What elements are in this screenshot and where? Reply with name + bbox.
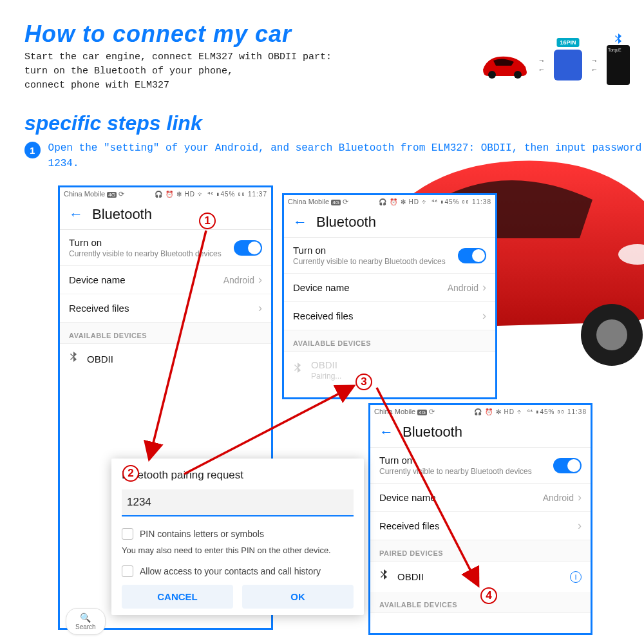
device-name: OBDII xyxy=(87,354,113,365)
pairing-label: Pairing... xyxy=(311,372,341,381)
phone-screenshot-2: China Mobile 4G ⟳ 🎧 ⏰ ✻ HD ᯤ ⁴⁶ ▮45% ▯▯ … xyxy=(282,193,497,399)
bluetooth-toggle[interactable] xyxy=(234,240,262,256)
bluetooth-icon xyxy=(614,33,623,48)
phone-app-label: TorquE xyxy=(608,48,621,52)
device-name-label: Device name xyxy=(293,282,350,293)
status-bar: China Mobile 4G ⟳ 🎧 ⏰ ✻ HD ᯤ ⁴⁶ ▮45% ▯▯ … xyxy=(370,405,591,419)
visible-hint: Currently visible to nearby Bluetooth de… xyxy=(69,249,222,258)
annotation-4: 4 xyxy=(480,587,497,604)
screen-header: ← Bluetooth xyxy=(370,419,591,447)
status-icons: 🎧 ⏰ ✻ HD ᯤ ⁴⁶ ▮45% ▯▯ 11:38 xyxy=(379,198,491,205)
pin-letters-label: PIN contains letters or symbols xyxy=(140,529,264,539)
available-devices-label: AVAILABLE DEVICES xyxy=(60,323,271,344)
info-icon[interactable]: i xyxy=(570,571,582,583)
bluetooth-icon xyxy=(293,363,302,377)
device-obdii-pairing[interactable]: OBDII Pairing... xyxy=(284,352,495,388)
step-number-badge: 1 xyxy=(24,142,41,158)
dialog-hint: You may also need to enter this PIN on t… xyxy=(122,545,354,556)
turn-on-row[interactable]: Turn on Currently visible to nearby Blue… xyxy=(284,238,495,274)
device-name-value: Android xyxy=(543,493,574,503)
bluetooth-toggle[interactable] xyxy=(458,248,486,263)
annotation-2: 2 xyxy=(122,465,139,482)
bluetooth-icon xyxy=(379,569,388,584)
received-files-label: Received files xyxy=(379,520,439,531)
svg-point-3 xyxy=(596,319,627,350)
screen-title: Bluetooth xyxy=(316,214,376,231)
back-arrow-icon[interactable]: ← xyxy=(69,206,83,223)
device-obdii-paired[interactable]: OBDII i xyxy=(370,562,591,592)
checkbox-icon[interactable] xyxy=(122,528,133,540)
cancel-button[interactable]: CANCEL xyxy=(122,585,233,609)
received-files-row[interactable]: Received files › xyxy=(284,302,495,330)
device-name: OBDII xyxy=(397,571,424,582)
visible-hint: Currently visible to nearby Bluetooth de… xyxy=(379,467,532,476)
received-files-row[interactable]: Received files › xyxy=(60,294,271,323)
pairing-dialog: Bluetooth pairing request PIN contains l… xyxy=(111,459,364,615)
screen-header: ← Bluetooth xyxy=(284,209,495,237)
pin-letters-row[interactable]: PIN contains letters or symbols xyxy=(122,526,354,542)
ok-button[interactable]: OK xyxy=(242,585,354,609)
carrier-label: China Mobile 4G ⟳ xyxy=(374,408,435,416)
arrows-icon: →← xyxy=(533,59,550,71)
received-files-row[interactable]: Received files › xyxy=(370,512,591,540)
available-devices-label: AVAILABLE DEVICES xyxy=(284,330,495,352)
pin-input[interactable] xyxy=(122,489,354,516)
svg-point-6 xyxy=(514,71,522,79)
turn-on-label: Turn on xyxy=(293,245,446,256)
allow-contacts-row[interactable]: Allow access to your contacts and call h… xyxy=(122,563,354,580)
chevron-right-icon: › xyxy=(482,281,486,294)
search-pill[interactable]: 🔍 Search xyxy=(66,608,106,635)
device-name-row[interactable]: Device name Android › xyxy=(60,266,271,294)
chevron-right-icon: › xyxy=(482,309,486,323)
obd-adapter-icon: 16PIN xyxy=(554,50,582,80)
device-name-row[interactable]: Device name Android › xyxy=(370,484,591,512)
search-icon: 🔍 xyxy=(80,612,91,623)
carrier-label: China Mobile 4G ⟳ xyxy=(64,190,124,198)
checkbox-icon[interactable] xyxy=(122,565,133,577)
turn-on-label: Turn on xyxy=(69,237,222,248)
annotation-3: 3 xyxy=(355,374,372,390)
phone-screenshot-3: China Mobile 4G ⟳ 🎧 ⏰ ✻ HD ᯤ ⁴⁶ ▮45% ▯▯ … xyxy=(368,403,592,635)
chevron-right-icon: › xyxy=(578,519,582,533)
screen-title: Bluetooth xyxy=(402,424,462,440)
arrows-icon: →← xyxy=(586,59,603,71)
device-name: OBDII xyxy=(311,359,341,370)
annotation-1: 1 xyxy=(199,213,216,229)
turn-on-row[interactable]: Turn on Currently visible to nearby Blue… xyxy=(370,448,591,484)
status-icons: 🎧 ⏰ ✻ HD ᯤ ⁴⁶ ▮45% ▯▯ 11:37 xyxy=(155,191,267,198)
screen-title: Bluetooth xyxy=(92,206,152,223)
device-obdii[interactable]: OBDII xyxy=(60,344,271,374)
status-icons: 🎧 ⏰ ✻ HD ᯤ ⁴⁶ ▮45% ▯▯ 11:38 xyxy=(474,408,587,415)
received-files-label: Received files xyxy=(293,310,353,321)
dialog-title: Bluetooth pairing request xyxy=(122,469,354,482)
bluetooth-icon xyxy=(69,352,78,366)
search-label: Search xyxy=(75,623,96,630)
bluetooth-toggle[interactable] xyxy=(553,458,582,473)
chevron-right-icon: › xyxy=(578,491,582,504)
phone-icon: TorquE xyxy=(607,45,630,85)
svg-point-5 xyxy=(488,71,496,79)
back-arrow-icon[interactable]: ← xyxy=(293,214,307,231)
status-bar: China Mobile 4G ⟳ 🎧 ⏰ ✻ HD ᯤ ⁴⁶ ▮45% ▯▯ … xyxy=(60,187,271,201)
device-name-row[interactable]: Device name Android › xyxy=(284,274,495,302)
main-title: How to connect my car xyxy=(0,0,644,50)
allow-contacts-label: Allow access to your contacts and call h… xyxy=(140,566,321,576)
obd-pin-label: 16PIN xyxy=(556,38,579,47)
car-icon xyxy=(480,50,529,80)
turn-on-row[interactable]: Turn on Currently visible to nearby Blue… xyxy=(60,230,271,266)
screen-header: ← Bluetooth xyxy=(60,201,271,229)
connection-diagram: →← 16PIN →← TorquE xyxy=(480,45,630,85)
chevron-right-icon: › xyxy=(258,301,262,315)
turn-on-label: Turn on xyxy=(379,455,532,466)
paired-devices-label: PAIRED DEVICES xyxy=(370,540,591,562)
device-name-label: Device name xyxy=(69,274,126,285)
received-files-label: Received files xyxy=(69,303,129,314)
carrier-label: China Mobile 4G ⟳ xyxy=(288,198,348,206)
device-name-value: Android xyxy=(223,275,254,285)
chevron-right-icon: › xyxy=(258,273,262,287)
device-name-label: Device name xyxy=(379,492,436,503)
device-name-value: Android xyxy=(448,283,478,293)
visible-hint: Currently visible to nearby Bluetooth de… xyxy=(293,257,446,266)
status-bar: China Mobile 4G ⟳ 🎧 ⏰ ✻ HD ᯤ ⁴⁶ ▮45% ▯▯ … xyxy=(284,195,495,209)
back-arrow-icon[interactable]: ← xyxy=(379,424,393,440)
